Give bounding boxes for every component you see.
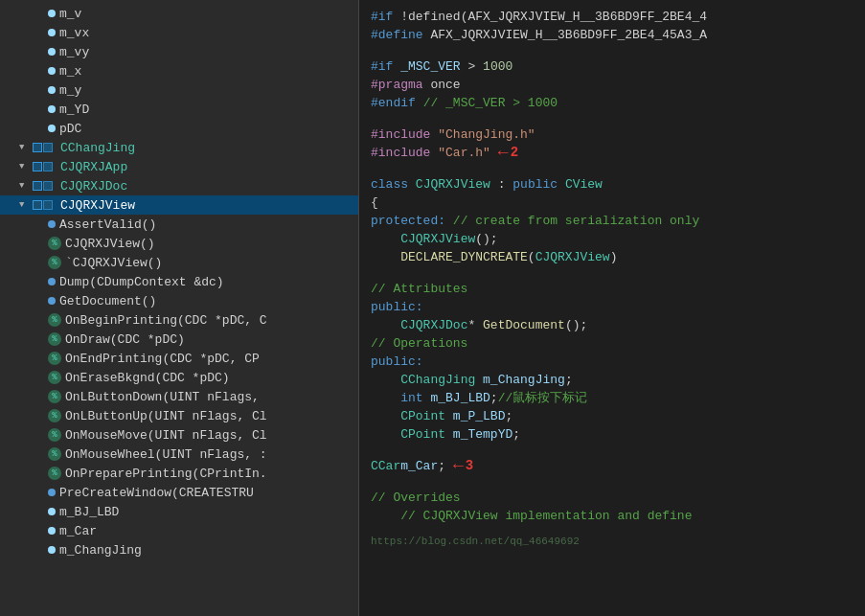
tree-item-label: OnBeginPrinting(CDC *pDC, C bbox=[65, 313, 267, 328]
field-icon bbox=[48, 489, 56, 496]
tree-item-m_v[interactable]: m_v bbox=[0, 4, 358, 23]
tree-item-label: m_YD bbox=[59, 103, 89, 117]
code-line-15 bbox=[371, 266, 854, 280]
tree-item-label: AssertValid() bbox=[59, 217, 156, 232]
tree-item-m_BJ_LBD[interactable]: m_BJ_LBD bbox=[0, 502, 358, 521]
annotation-arrow-3: ← bbox=[453, 457, 464, 475]
tree-item-m_ChangJing[interactable]: m_ChangJing bbox=[0, 540, 358, 559]
tree-item-OnLButtonDown[interactable]: %OnLButtonDown(UINT nFlags, bbox=[0, 387, 358, 406]
code-line-10: class CJQRXJView : public CView bbox=[371, 175, 854, 194]
tree-item-m_y[interactable]: m_y bbox=[0, 80, 358, 100]
tree-item-GetDocument[interactable]: GetDocument() bbox=[0, 291, 358, 310]
tree-item-CJQRXJView_dtor[interactable]: %`CJQRXJView() bbox=[0, 253, 358, 272]
tree-item-OnPreparePrinting[interactable]: %OnPreparePrinting(CPrintIn. bbox=[0, 464, 358, 483]
tree-item-OnMouseWheel[interactable]: %OnMouseWheel(UINT nFlags, : bbox=[0, 445, 358, 464]
tree-item-CJQRXJView[interactable]: ▼CJQRXJView bbox=[0, 195, 358, 215]
code-line-4: #pragma once bbox=[371, 76, 854, 94]
method-icon: % bbox=[48, 352, 61, 365]
tree-item-m_YD[interactable]: m_YD bbox=[0, 100, 358, 119]
tree-item-OnMouseMove[interactable]: %OnMouseMove(UINT nFlags, Cl bbox=[0, 425, 358, 445]
tree-item-label: Dump(CDumpContext &dc) bbox=[59, 275, 224, 289]
code-line-18: CJQRXJDoc* GetDocument(); bbox=[371, 316, 854, 334]
tree-item-CJQRXJView_ctor[interactable]: %CJQRXJView() bbox=[0, 234, 358, 253]
code-line-26: CCar m_Car;←3 bbox=[371, 457, 854, 475]
method-icon: % bbox=[48, 256, 61, 269]
tree-item-m_vy[interactable]: m_vy bbox=[0, 42, 358, 61]
tree-item-OnDraw[interactable]: %OnDraw(CDC *pDC) bbox=[0, 330, 358, 349]
tree-item-OnEndPrinting[interactable]: %OnEndPrinting(CDC *pDC, CP bbox=[0, 349, 358, 368]
tree-item-OnEraseBkgnd[interactable]: %OnEraseBkgnd(CDC *pDC) bbox=[0, 368, 358, 387]
field-icon bbox=[48, 508, 56, 515]
method-icon: % bbox=[48, 313, 61, 327]
field-icon bbox=[48, 527, 56, 535]
collapse-icon: ▼ bbox=[19, 181, 33, 191]
tree-item-label: `CJQRXJView() bbox=[65, 256, 162, 270]
tree-item-label: m_x bbox=[59, 64, 81, 79]
method-icon: % bbox=[48, 371, 61, 384]
field-icon bbox=[48, 29, 56, 36]
tree-item-label: OnDraw(CDC *pDC) bbox=[65, 332, 185, 347]
tree-item-m_vx[interactable]: m_vx bbox=[0, 23, 358, 42]
tree-item-label: OnLButtonUp(UINT nFlags, Cl bbox=[65, 409, 267, 423]
field-icon bbox=[48, 125, 56, 132]
tree-item-label: OnLButtonDown(UINT nFlags, bbox=[65, 390, 260, 404]
tree-item-PreCreateWindow[interactable]: PreCreateWindow(CREATESTRU bbox=[0, 483, 358, 502]
code-line-5: #endif // _MSC_VER > 1000 bbox=[371, 94, 854, 112]
collapse-icon: ▼ bbox=[19, 162, 33, 171]
class-icon bbox=[33, 181, 57, 191]
tree-item-CJQRXJDoc[interactable]: ▼CJQRXJDoc bbox=[0, 176, 358, 195]
tree-item-label: CJQRXJView bbox=[60, 198, 135, 213]
left-panel: m_vm_vxm_vym_xm_ym_YDpDC▼CChangJing▼CJQR… bbox=[0, 0, 359, 616]
tree-item-CJQRXJApp[interactable]: ▼CJQRXJApp bbox=[0, 157, 358, 176]
code-line-25 bbox=[371, 444, 854, 457]
code-line-13: CJQRXJView(); bbox=[371, 230, 854, 248]
code-line-27 bbox=[371, 475, 854, 489]
tree-item-label: m_v bbox=[59, 7, 81, 21]
method-icon: % bbox=[48, 237, 61, 250]
tree-item-label: m_ChangJing bbox=[59, 543, 142, 558]
field-icon bbox=[48, 297, 56, 305]
tree-item-label: CJQRXJView() bbox=[65, 237, 155, 251]
tree-item-CChangJing[interactable]: ▼CChangJing bbox=[0, 138, 358, 157]
collapse-icon: ▼ bbox=[19, 200, 33, 210]
field-icon bbox=[48, 220, 56, 228]
method-icon: % bbox=[48, 409, 61, 422]
code-line-29: // CJQRXJView implementation and define bbox=[371, 507, 854, 525]
right-panel[interactable]: #if !defined(AFX_JQRXJVIEW_H__3B6BD9FF_2… bbox=[359, 0, 865, 616]
annotation-label-2: 2 bbox=[511, 144, 518, 162]
tree-item-label: PreCreateWindow(CREATESTRU bbox=[59, 486, 254, 500]
tree-item-m_x[interactable]: m_x bbox=[0, 61, 358, 80]
code-line-17: public: bbox=[371, 298, 854, 316]
code-line-21: CChangJing m_ChangJing; bbox=[371, 371, 854, 389]
field-icon bbox=[48, 48, 56, 56]
method-icon: % bbox=[48, 428, 61, 442]
field-icon bbox=[48, 546, 56, 554]
tree-item-OnLButtonUp[interactable]: %OnLButtonUp(UINT nFlags, Cl bbox=[0, 406, 358, 425]
annotation-arrow-2: ← bbox=[498, 144, 509, 162]
tree-item-label: m_BJ_LBD bbox=[59, 505, 119, 519]
code-line-22: int m_BJ_LBD;//鼠标按下标记 bbox=[371, 389, 854, 407]
tree-item-Dump[interactable]: Dump(CDumpContext &dc) bbox=[0, 272, 358, 291]
code-area: #if !defined(AFX_JQRXJVIEW_H__3B6BD9FF_2… bbox=[359, 8, 865, 551]
tree-item-pDC[interactable]: pDC bbox=[0, 119, 358, 138]
field-icon bbox=[48, 278, 56, 285]
code-line-11: { bbox=[371, 194, 854, 212]
class-icon bbox=[33, 143, 57, 152]
field-icon bbox=[48, 86, 56, 94]
method-icon: % bbox=[48, 390, 61, 403]
tree-item-OnBeginPrinting[interactable]: %OnBeginPrinting(CDC *pDC, C bbox=[0, 310, 358, 330]
watermark: https://blog.csdn.net/qq_46649692 bbox=[371, 533, 854, 551]
tree-item-label: GetDocument() bbox=[59, 294, 156, 308]
code-line-24: CPoint m_TempYD; bbox=[371, 425, 854, 444]
code-line-0: #if !defined(AFX_JQRXJVIEW_H__3B6BD9FF_2… bbox=[371, 8, 854, 26]
tree-item-label: OnEraseBkgnd(CDC *pDC) bbox=[65, 371, 230, 385]
field-icon bbox=[48, 105, 56, 113]
tree-item-AssertValid[interactable]: AssertValid() bbox=[0, 215, 358, 234]
tree-item-label: CJQRXJDoc bbox=[60, 179, 127, 194]
tree-item-label: m_Car bbox=[59, 524, 97, 538]
code-line-14: DECLARE_DYNCREATE(CJQRXJView) bbox=[371, 248, 854, 266]
tree-item-label: OnEndPrinting(CDC *pDC, CP bbox=[65, 352, 260, 366]
code-line-6 bbox=[371, 112, 854, 125]
tree-item-m_Car[interactable]: m_Car bbox=[0, 521, 358, 540]
tree-item-label: OnMouseWheel(UINT nFlags, : bbox=[65, 447, 267, 462]
